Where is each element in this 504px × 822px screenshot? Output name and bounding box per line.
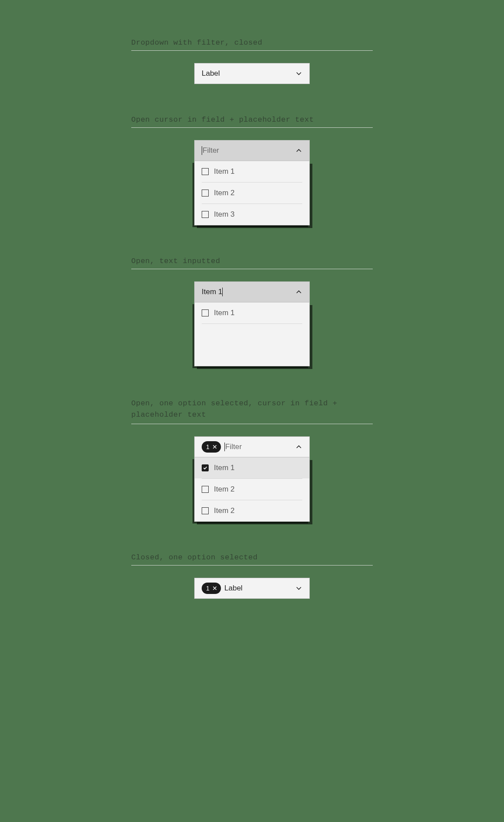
section-title: Closed, one option selected [131,553,373,562]
menu-item[interactable]: Item 2 [195,500,309,521]
close-icon: ✕ [212,585,217,591]
selection-count: 1 [206,585,210,592]
dropdown-label: Label [224,584,243,593]
dropdown-field[interactable]: 1 ✕ Label [194,578,310,599]
menu-item[interactable]: Item 2 [195,479,309,500]
selection-count-chip[interactable]: 1 ✕ [202,583,221,594]
section-open-selected: Open, one option selected, cursor in fie… [131,398,373,522]
checkbox-unchecked-icon[interactable] [202,190,209,197]
menu-item-label: Item 1 [214,464,234,472]
dropdown-field[interactable]: Label [194,63,310,84]
chevron-down-icon [295,70,302,77]
dropdown-menu: Item 1 [194,302,310,366]
selection-count: 1 [206,443,210,450]
chevron-up-icon [295,147,302,154]
menu-item[interactable]: Item 3 [195,204,309,225]
checkbox-unchecked-icon[interactable] [202,309,209,316]
chevron-up-icon [295,288,302,295]
menu-item[interactable]: Item 2 [195,183,309,204]
checkbox-checked-icon[interactable] [202,464,209,471]
section-divider [131,127,373,128]
dropdown-closed: Label [194,63,310,84]
section-title: Open, text inputted [131,257,373,265]
menu-item-label: Item 1 [214,167,234,176]
dropdown-field[interactable]: Filter [194,140,310,161]
section-divider [131,424,373,424]
section-open-placeholder: Open cursor in field + placeholder text … [131,116,373,225]
section-title: Open cursor in field + placeholder text [131,116,373,124]
dropdown-open: Filter Item 1 Item 2 I [194,140,310,225]
filter-placeholder: Filter [225,443,242,451]
section-title: Open, one option selected, cursor in fie… [131,398,373,420]
dropdown-open: 1 ✕ Filter Item 1 [194,436,310,522]
menu-item[interactable]: Item 1 [195,302,309,323]
text-cursor [202,146,202,155]
text-cursor [222,288,223,296]
menu-item-label: Item 1 [214,309,234,317]
dropdown-field[interactable]: 1 ✕ Filter [194,436,310,457]
filter-value: Item 1 [202,288,222,296]
menu-item-label: Item 2 [214,189,234,197]
chevron-up-icon [295,443,302,450]
dropdown-label: Label [202,69,220,78]
menu-item-label: Item 2 [214,485,234,494]
dropdown-menu: Item 1 Item 2 Item 3 [194,161,310,225]
section-title: Dropdown with filter, closed [131,39,373,47]
menu-item-label: Item 2 [214,506,234,515]
checkbox-unchecked-icon[interactable] [202,211,209,218]
section-open-typed: Open, text inputted Item 1 Item 1 [131,257,373,366]
text-cursor [224,443,225,451]
section-closed-selected: Closed, one option selected 1 ✕ Label [131,553,373,599]
section-divider [131,269,373,269]
section-closed: Dropdown with filter, closed Label [131,39,373,84]
menu-item-label: Item 3 [214,210,234,219]
dropdown-closed: 1 ✕ Label [194,578,310,599]
section-divider [131,50,373,51]
menu-item-selected[interactable]: Item 1 [195,457,309,478]
menu-divider [202,323,302,324]
dropdown-open: Item 1 Item 1 [194,281,310,366]
section-divider [131,565,373,566]
checkbox-unchecked-icon[interactable] [202,507,209,514]
close-icon: ✕ [212,444,217,450]
dropdown-field[interactable]: Item 1 [194,281,310,302]
checkbox-unchecked-icon[interactable] [202,168,209,175]
filter-placeholder: Filter [203,146,219,155]
checkbox-unchecked-icon[interactable] [202,486,209,493]
chevron-down-icon [295,585,302,592]
selection-count-chip[interactable]: 1 ✕ [202,441,221,453]
menu-item[interactable]: Item 1 [195,161,309,182]
dropdown-menu: Item 1 Item 2 Item 2 [194,457,310,522]
